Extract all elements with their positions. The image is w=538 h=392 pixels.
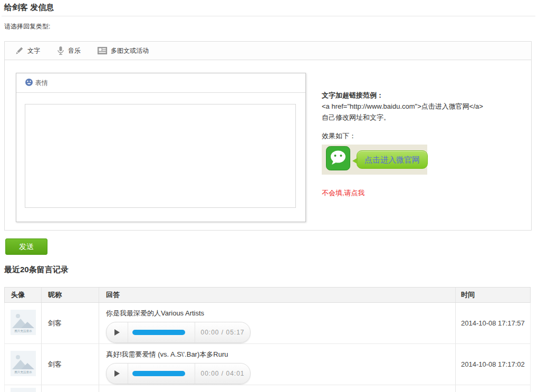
svg-text:图片无法显示: 图片无法显示 xyxy=(14,370,32,374)
nickname-cell: 剑客 xyxy=(42,303,99,343)
tab-text-label: 文字 xyxy=(27,46,40,55)
emoji-button-label[interactable]: 表情 xyxy=(35,79,48,88)
song-title: 真好!我需要爱情 (vs. A.S\'.Bar)本多Ruru xyxy=(106,350,455,359)
page-title: 给剑客 发信息 xyxy=(4,3,54,13)
play-icon xyxy=(114,370,120,377)
audio-progress-bar xyxy=(132,371,185,376)
play-button[interactable] xyxy=(107,322,128,342)
audio-player: 00:00 / 05:17 xyxy=(106,322,251,343)
avatar-cell xyxy=(5,385,42,392)
help-title: 文字加超链接范例： xyxy=(322,90,527,101)
table-row: 图片无法显示 剑客 你是我最深爱的人Various Artists 00:00 … xyxy=(4,303,531,344)
text-editor: 表情 xyxy=(16,73,306,222)
pencil-icon xyxy=(15,46,24,55)
avatar-cell: 图片无法显示 xyxy=(5,344,42,385)
editor-area xyxy=(16,93,305,208)
timestamp-cell: 2014-10-08 17:17:57 xyxy=(456,303,530,343)
audio-progress-track[interactable] xyxy=(128,322,195,342)
article-icon xyxy=(98,47,107,54)
play-button[interactable] xyxy=(107,364,128,384)
audio-progress-bar xyxy=(132,330,185,335)
avatar-placeholder-image xyxy=(11,388,36,392)
answer-cell: 真好!我需要爱情 (vs. A.S\'.Bar)本多Ruru 00:00 / 0… xyxy=(99,344,456,385)
reply-type-label: 请选择回复类型: xyxy=(4,22,50,31)
play-icon xyxy=(114,329,120,336)
tab-rich-media[interactable]: 多图文或活动 xyxy=(98,46,149,55)
audio-player: 00:00 / 04:01 xyxy=(106,363,251,384)
tab-rich-media-label: 多图文或活动 xyxy=(111,46,149,55)
column-header-avatar: 头像 xyxy=(5,288,42,302)
audio-time: 00:00 / 05:17 xyxy=(195,329,250,336)
records-heading: 最近20条留言记录 xyxy=(4,265,69,275)
hyperlink-demo-image: 点击进入微官网 xyxy=(322,145,427,175)
hyperlink-help-panel: 文字加超链接范例： <a href="http://www.baidu.com"… xyxy=(322,90,527,198)
reply-type-tabbar: 文字 音乐 多图文或活动 xyxy=(5,42,531,60)
nickname-cell: 剑客 xyxy=(42,344,99,385)
avatar-placeholder-image: 图片无法显示 xyxy=(11,310,36,337)
audio-time: 00:00 / 04:01 xyxy=(195,370,250,377)
editor-toolbar: 表情 xyxy=(16,73,305,93)
song-title: 你是我最深爱的人Various Artists xyxy=(106,309,455,318)
timestamp-cell xyxy=(456,385,530,392)
divider xyxy=(2,16,535,16)
compose-panel: 文字 音乐 多图文或活动 表情 xyxy=(4,41,532,231)
tab-music[interactable]: 音乐 xyxy=(57,46,81,55)
avatar-cell: 图片无法显示 xyxy=(5,303,42,343)
timestamp-cell: 2014-10-08 17:17:02 xyxy=(456,344,530,385)
column-header-nickname: 昵称 xyxy=(42,288,99,302)
records-table: 头像 昵称 回答 时间 图片无法显示 剑客 你是我最深爱的人Various Ar… xyxy=(4,287,531,392)
audio-progress-track[interactable] xyxy=(128,364,195,384)
emoji-icon[interactable] xyxy=(25,78,33,88)
table-row: 图片无法显示 剑客 真好!我需要爱情 (vs. A.S\'.Bar)本多Ruru… xyxy=(4,344,531,385)
tab-music-label: 音乐 xyxy=(68,46,81,55)
tab-text[interactable]: 文字 xyxy=(15,46,40,55)
nickname-cell xyxy=(42,385,99,392)
column-header-answer: 回答 xyxy=(99,288,456,302)
help-note: 自己修改网址和文字。 xyxy=(322,112,527,123)
column-header-time: 时间 xyxy=(456,288,530,302)
avatar-placeholder-image: 图片无法显示 xyxy=(11,351,36,378)
demo-link-bubble: 点击进入微官网 xyxy=(357,150,428,169)
answer-cell xyxy=(99,385,456,392)
wechat-icon xyxy=(326,146,350,174)
answer-cell: 你是我最深爱的人Various Artists 00:00 / 05:17 xyxy=(99,303,456,343)
microphone-icon xyxy=(57,46,64,55)
table-header-row: 头像 昵称 回答 时间 xyxy=(4,287,531,303)
help-code-sample: <a href="http://www.baidu.com">点击进入微官网</… xyxy=(322,101,527,112)
help-link[interactable]: 不会填,请点我 xyxy=(322,187,365,198)
help-effect-label: 效果如下： xyxy=(322,130,527,141)
compose-body: 表情 文字加超链接范例： <a href="http://www.baidu.c… xyxy=(5,60,531,230)
send-button[interactable]: 发送 xyxy=(5,238,47,255)
svg-text:图片无法显示: 图片无法显示 xyxy=(14,329,32,333)
message-textarea[interactable] xyxy=(25,104,296,208)
table-row xyxy=(4,385,531,392)
